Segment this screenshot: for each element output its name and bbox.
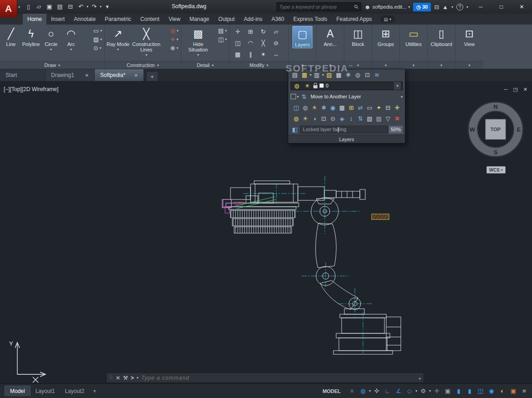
layer-unisolate-icon[interactable]: ▩ [334,70,343,79]
groups-button[interactable]: ⊞ Groups [376,26,396,47]
move-icon[interactable]: ✛ [235,28,240,35]
quick-properties-icon[interactable]: ▣ [443,386,453,396]
help-icon[interactable]: ? [456,4,463,10]
layer-freeze-icon[interactable]: ❄ [344,70,353,79]
clipboard-button[interactable]: ▯ Clipboard [430,26,453,47]
geolocation-icon[interactable]: ◍ [358,386,368,396]
layer-properties-icon[interactable]: ▤ [291,70,299,79]
layer-state-icon[interactable]: ▥ [312,70,321,79]
recent-commands-icon[interactable]: ▾ [137,376,138,380]
vp-freeze-icon[interactable]: ◉ [329,103,337,112]
lock-layer-icon[interactable]: ⊡ [320,114,328,123]
view-panel-title[interactable]: ▾ [455,61,483,69]
layer-isolate-icon[interactable]: ▧ [325,70,333,79]
redo-icon[interactable]: ↷ [89,1,99,12]
view-cube[interactable]: N S W E TOP [466,99,526,159]
chevron-down-icon[interactable]: ▾ [177,37,179,41]
toolbar-options-icon[interactable]: ▾ [102,1,112,12]
ribbon-tab-home[interactable]: Home [23,14,46,25]
ribbon-tab-content[interactable]: Content [136,14,164,25]
drawing-viewport[interactable]: [−][Top][2D Wireframe] ─ ◳ ✕ N S W E TOP… [0,81,532,383]
wcs-dropdown[interactable]: WCS ▾ [486,166,506,173]
object-snap-icon[interactable]: ◇ [404,386,414,396]
move-to-layer-icon[interactable]: ⇅ [300,92,308,101]
model-space-button[interactable]: MODEL [319,387,344,395]
ribbon-tab-output[interactable]: Output [214,14,239,25]
file-tab-start[interactable]: Start [0,69,46,81]
workspace-gear-icon[interactable]: ⚙ [418,386,428,396]
lock-icon[interactable] [313,85,317,88]
layers-button[interactable]: ▢ Layers [292,26,312,48]
chevron-down-icon[interactable]: ▾ [50,47,52,51]
modify-panel-title[interactable]: Modify ▾ [230,61,288,69]
annotation-visibility-icon[interactable]: ▮ [454,386,464,396]
rotate-icon[interactable]: ↻ [261,28,266,35]
layer-on-icon[interactable]: ◍ [292,81,301,90]
polar-tracking-icon[interactable]: ∠ [394,386,404,396]
chevron-down-icon[interactable]: ▾ [451,5,453,9]
unlock-layer-icon[interactable]: ✚ [393,103,401,112]
ribbon-tab-manage[interactable]: Manage [185,14,214,25]
layer-filter-icon[interactable]: ▽ [384,114,392,123]
chevron-down-icon[interactable]: ▾ [197,53,199,57]
chevron-down-icon[interactable]: ▾ [429,389,431,393]
chevron-down-icon[interactable]: ▾ [408,5,410,9]
customize-tools-icon[interactable]: ⚒ [123,375,128,381]
polyline-button[interactable]: ϟPolyline [21,26,41,47]
new-layout-button[interactable]: + [89,386,100,396]
chevron-down-icon[interactable]: ▾ [177,46,179,50]
fillet-icon[interactable]: ◠ [248,40,253,46]
maximize-button[interactable]: □ [491,0,512,14]
customize-icon[interactable]: ≡ [519,386,529,396]
ribbon-tab-insert[interactable]: Insert [46,14,69,25]
annotation-autoscale-icon[interactable]: ▮ [465,386,475,396]
layers-panel-title[interactable]: ▾ [289,61,316,69]
viewcube-south[interactable]: S [494,149,498,156]
unlock-layer2-icon[interactable]: ⊙ [329,114,337,123]
layout-tab-model[interactable]: Model [5,386,31,396]
construction-panel-title[interactable]: Construction ▾ [105,61,181,69]
ribbon-tab-view[interactable]: View [164,14,185,25]
layer-dim-icon[interactable]: ◑ [310,114,318,123]
copy-icon[interactable]: ⊞ [248,28,253,35]
explode-icon[interactable]: ✶ [261,51,266,58]
chevron-down-icon[interactable]: ▾ [177,29,179,33]
trim-icon[interactable]: ╳ [261,40,265,46]
snap-mode-icon[interactable]: ✜ [372,386,382,396]
chevron-down-icon[interactable]: ▾ [100,5,102,9]
account-menu[interactable]: ☻ softpedia.edit... ▾ [364,4,410,10]
grid-display-icon[interactable]: ⌗ [347,386,357,396]
locked-layer-fading-icon[interactable]: ◧ [291,125,299,134]
close-command-line-icon[interactable]: ✕ [116,375,120,381]
ribbon-tab-parametric[interactable]: Parametric [100,14,136,25]
chevron-down-icon[interactable]: ▾ [100,46,102,50]
merge-layers-icon[interactable]: ▦ [338,103,346,112]
open-file-icon[interactable]: ▱ [34,1,44,12]
vp-override-icon[interactable]: ▧ [365,114,373,123]
close-tab-icon[interactable]: ✕ [85,73,89,78]
annotation-scale-icon[interactable]: ◫ [476,386,486,396]
utilities-panel-title[interactable]: ▾ [400,61,427,69]
clean-screen-icon[interactable]: ▣ [508,386,518,396]
collapse-arrow-icon[interactable]: ▴ [419,376,421,380]
chevron-down-icon[interactable]: ▾ [297,95,299,99]
search-input[interactable] [279,4,353,10]
isolate-vp-icon[interactable]: ⊞ [347,103,355,112]
ribbon-tab-annotate[interactable]: Annotate [69,14,100,25]
delete-layer-icon[interactable]: ✖ [393,114,401,123]
layer-freeze-sun-icon[interactable]: ☀ [303,81,312,90]
chevron-down-icon[interactable]: ▾ [369,389,371,393]
ray-mode-button[interactable]: ↗Ray Mode▾ [106,26,130,52]
draw-panel-title[interactable]: Draw ▾ [0,61,104,69]
drag-grip-icon[interactable]: ⠿ [109,375,113,381]
groups-panel-title[interactable]: ▾ [372,61,399,69]
annotation-monitor-icon[interactable]: ✛ [432,386,442,396]
array-icon[interactable]: ▦ [235,51,240,58]
viewcube-west[interactable]: W [470,126,476,133]
layer-walk-icon[interactable]: ≋ [373,70,381,79]
save-as-icon[interactable]: ▤ [55,1,65,12]
annotation-button[interactable]: A Ann... [320,26,340,47]
block-button[interactable]: ◫ Block [348,26,368,47]
close-tab-icon[interactable]: ✕ [134,73,138,78]
chevron-down-icon[interactable]: ▾ [310,73,312,77]
